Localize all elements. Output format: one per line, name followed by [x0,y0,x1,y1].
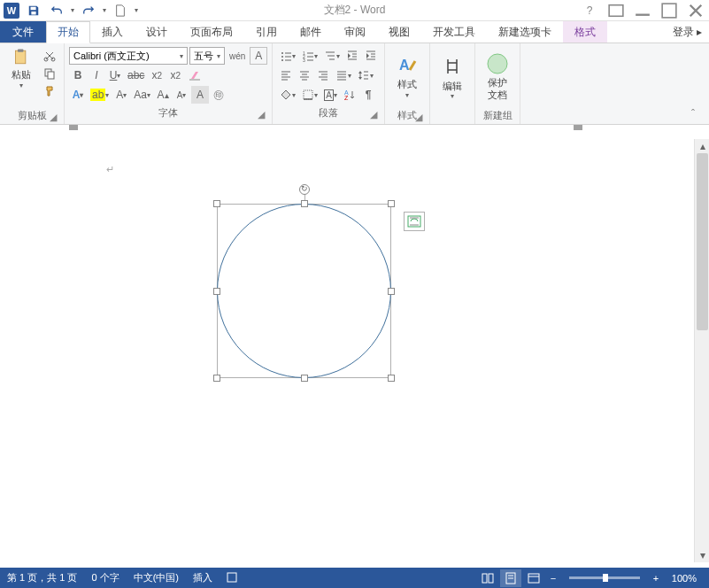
numbering-button[interactable]: 123▾ [299,47,320,65]
resize-handle-bm[interactable] [301,375,308,382]
ruler-left-indent[interactable] [69,125,78,137]
sort-button[interactable]: AZ [341,86,358,104]
qat-undo-button[interactable] [48,2,66,19]
tab-format[interactable]: 格式 [563,21,607,43]
resize-handle-ml[interactable] [213,288,220,295]
view-print-layout-button[interactable] [500,569,521,587]
grow-font-button[interactable]: A▴ [154,86,172,104]
rotation-handle[interactable] [299,184,310,195]
styles-button[interactable]: A 样式 ▾ [389,46,426,107]
italic-button[interactable]: I [88,66,105,84]
tab-design[interactable]: 设计 [135,21,179,43]
close-button[interactable] [686,2,705,19]
tab-insert[interactable]: 插入 [90,21,135,43]
help-button[interactable]: ? [580,2,599,19]
bold-button[interactable]: B [69,66,87,84]
cut-button[interactable] [41,48,58,64]
qat-save-button[interactable] [25,2,42,19]
paste-button[interactable]: 粘贴 [7,48,35,81]
scroll-down-button[interactable]: ▾ [695,548,709,562]
font-name-combo[interactable]: Calibri (西文正文)▾ [69,47,188,65]
decrease-indent-button[interactable] [343,47,361,65]
align-center-button[interactable] [296,66,313,84]
tab-mailings[interactable]: 邮件 [289,21,333,43]
qat-new-button[interactable] [112,2,129,19]
borders-button[interactable]: ▾ [299,86,320,104]
styles-launcher[interactable]: ◢ [413,112,424,122]
paragraph-launcher[interactable]: ◢ [368,109,379,120]
format-painter-button[interactable] [41,83,58,99]
qat-redo-button[interactable] [80,2,97,19]
resize-handle-tl[interactable] [213,200,220,207]
highlight-button[interactable]: ab▾ [88,86,112,104]
phonetic-guide-button[interactable]: wén [227,47,248,65]
document-area[interactable]: ↵ ▴ ▾ [0,139,709,562]
strikethrough-button[interactable]: abc [125,66,147,84]
font-color-button[interactable]: A▾ [112,86,130,104]
shrink-font-button[interactable]: A▾ [173,86,190,104]
show-marks-button[interactable]: ¶ [359,86,377,104]
collapse-ribbon-button[interactable]: ˆ [691,108,705,122]
align-justify-button[interactable]: ▾ [333,66,354,84]
clipboard-launcher[interactable]: ◢ [48,112,58,122]
qat-customize[interactable]: ▾ [135,6,138,14]
zoom-level[interactable]: 100% [665,573,704,584]
asian-layout-button[interactable]: A▾ [321,86,340,104]
font-size-combo[interactable]: 五号▾ [189,47,225,65]
minimize-button[interactable] [633,2,652,19]
resize-handle-br[interactable] [388,375,395,382]
clear-formatting-button[interactable] [185,66,204,84]
text-effects-button[interactable]: A▾ [69,86,87,104]
login-link[interactable]: 登录 ▸ [666,21,709,43]
zoom-slider-thumb[interactable] [603,574,608,582]
tab-references[interactable]: 引用 [244,21,289,43]
maximize-button[interactable] [659,2,679,19]
oval-shape[interactable] [217,204,391,378]
tab-view[interactable]: 视图 [377,21,421,43]
align-right-button[interactable] [314,66,332,84]
underline-button[interactable]: U▾ [106,66,124,84]
layout-options-button[interactable] [404,212,425,231]
editing-button[interactable]: 编辑 ▾ [434,46,471,110]
resize-handle-mr[interactable] [388,288,395,295]
undo-dropdown[interactable]: ▾ [71,6,74,14]
status-language[interactable]: 中文(中国) [127,571,186,584]
bullets-button[interactable]: ▾ [277,47,298,65]
line-spacing-button[interactable]: ▾ [355,66,376,84]
ribbon-display-button[interactable] [606,2,626,19]
change-case-button[interactable]: Aa▾ [131,86,153,104]
align-left-button[interactable] [277,66,295,84]
tab-home[interactable]: 开始 [46,21,90,43]
character-border-button[interactable]: A [250,47,267,65]
ruler-right-indent[interactable] [574,125,582,137]
character-shading-button[interactable]: A [191,86,209,104]
vertical-scrollbar[interactable]: ▴ ▾ [694,139,709,562]
view-web-layout-button[interactable] [523,569,544,587]
paste-dropdown[interactable]: ▾ [19,81,23,89]
tab-review[interactable]: 审阅 [333,21,377,43]
zoom-in-button[interactable]: + [649,573,663,584]
status-macro-icon[interactable] [220,572,244,584]
subscript-button[interactable]: x2 [148,66,166,84]
tab-layout[interactable]: 页面布局 [179,21,244,43]
protect-document-button[interactable]: 保护 文档 [479,46,516,107]
redo-dropdown[interactable]: ▾ [103,6,106,14]
view-read-mode-button[interactable] [477,569,498,587]
zoom-out-button[interactable]: − [546,573,560,584]
tab-newtab[interactable]: 新建选项卡 [487,21,563,43]
status-insert-mode[interactable]: 插入 [186,571,220,584]
superscript-button[interactable]: x2 [166,66,184,84]
scroll-thumb[interactable] [697,153,708,330]
status-page[interactable]: 第 1 页，共 1 页 [0,571,84,584]
selected-shape-oval[interactable] [217,204,391,378]
increase-indent-button[interactable] [362,47,380,65]
shading-button[interactable]: ▾ [277,86,298,104]
tab-file[interactable]: 文件 [0,21,46,43]
tab-developer[interactable]: 开发工具 [421,21,487,43]
enclose-characters-button[interactable]: ㊞ [210,86,227,104]
resize-handle-bl[interactable] [213,375,220,382]
resize-handle-tr[interactable] [388,200,395,207]
copy-button[interactable] [41,66,58,81]
zoom-slider[interactable] [569,576,640,579]
ruler[interactable] [0,125,709,139]
